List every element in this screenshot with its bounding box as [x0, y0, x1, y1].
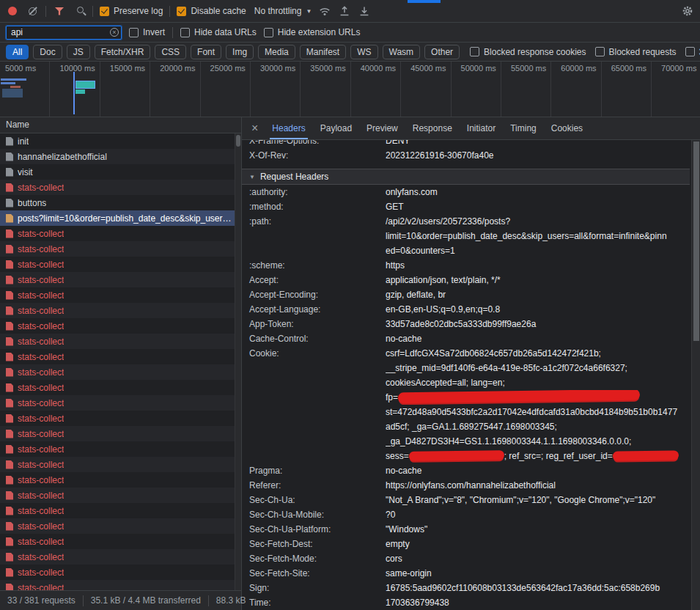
- type-filter-css[interactable]: CSS: [155, 45, 186, 59]
- waterfall-overview[interactable]: 5000 ms10000 ms15000 ms20000 ms25000 ms3…: [0, 62, 700, 117]
- filter-button[interactable]: [53, 4, 66, 18]
- file-icon: [6, 214, 13, 223]
- type-filter-media[interactable]: Media: [258, 45, 295, 59]
- request-row[interactable]: stats-collect: [0, 241, 241, 257]
- preserve-log-label: Preserve log: [114, 6, 163, 16]
- file-icon: [6, 353, 13, 361]
- checkbox-label: Blocked requests: [609, 47, 677, 57]
- request-row[interactable]: stats-collect: [0, 549, 241, 565]
- file-icon: [6, 507, 13, 515]
- type-filter-js[interactable]: JS: [67, 45, 90, 59]
- request-list-scrollbar[interactable]: [235, 133, 241, 590]
- request-row[interactable]: posts?limit=10&order=publish_date_desc&s…: [0, 210, 241, 226]
- type-filter-fetch-xhr[interactable]: Fetch/XHR: [95, 45, 151, 59]
- file-icon: [6, 491, 13, 500]
- filter-input[interactable]: [6, 26, 122, 40]
- request-row[interactable]: stats-collect: [0, 426, 241, 441]
- hide-extension-urls-label: Hide extension URLs: [278, 27, 361, 37]
- request-row[interactable]: stats-collect: [0, 503, 241, 518]
- request-row[interactable]: stats-collect: [0, 565, 241, 580]
- search-button[interactable]: [73, 4, 86, 18]
- type-filter-all[interactable]: All: [6, 45, 29, 59]
- invert-checkbox[interactable]: Invert: [129, 27, 165, 37]
- type-filter-font[interactable]: Font: [191, 45, 221, 59]
- type-filter-wasm[interactable]: Wasm: [383, 45, 421, 59]
- request-row[interactable]: stats-collect: [0, 334, 241, 349]
- hide-data-urls-checkbox[interactable]: Hide data URLs: [180, 27, 257, 37]
- header-name: :scheme:: [249, 258, 386, 273]
- request-label: stats-collect: [18, 229, 64, 239]
- request-row[interactable]: stats-collect: [0, 318, 241, 334]
- request-row[interactable]: stats-collect: [0, 349, 241, 364]
- request-row[interactable]: stats-collect: [0, 364, 241, 380]
- request-row[interactable]: stats-collect: [0, 534, 241, 549]
- hide-extension-urls-checkbox[interactable]: Hide extension URLs: [264, 27, 361, 37]
- request-row[interactable]: stats-collect: [0, 580, 241, 590]
- checkbox-3rd-party-requests[interactable]: 3rd-party requests: [685, 47, 700, 57]
- type-filter-manifest[interactable]: Manifest: [300, 45, 346, 59]
- disable-cache-checkbox[interactable]: Disable cache: [177, 6, 246, 16]
- hide-data-urls-label: Hide data URLs: [194, 27, 257, 37]
- request-row[interactable]: stats-collect: [0, 272, 241, 287]
- request-row[interactable]: stats-collect: [0, 380, 241, 395]
- tab-cookies[interactable]: Cookies: [544, 117, 590, 139]
- checkbox-blocked-response-cookies[interactable]: Blocked response cookies: [470, 47, 586, 57]
- request-label: stats-collect: [18, 398, 64, 408]
- scrollbar-thumb[interactable]: [236, 135, 240, 147]
- export-har-button[interactable]: [358, 4, 371, 18]
- request-row[interactable]: stats-collect: [0, 303, 241, 318]
- request-row[interactable]: stats-collect: [0, 441, 241, 457]
- file-icon: [6, 445, 13, 454]
- detail-scrollbar[interactable]: [691, 140, 700, 610]
- request-row[interactable]: buttons: [0, 195, 241, 210]
- tab-initiator[interactable]: Initiator: [460, 117, 503, 139]
- request-row[interactable]: stats-collect: [0, 287, 241, 303]
- request-row[interactable]: stats-collect: [0, 395, 241, 411]
- request-row[interactable]: visit: [0, 164, 241, 180]
- network-conditions-button[interactable]: [318, 4, 331, 18]
- tab-response[interactable]: Response: [405, 117, 460, 139]
- type-filter-img[interactable]: Img: [226, 45, 254, 59]
- request-row[interactable]: stats-collect: [0, 518, 241, 534]
- type-filter-ws[interactable]: WS: [350, 45, 377, 59]
- request-row[interactable]: stats-collect: [0, 488, 241, 503]
- scrollbar-thumb[interactable]: [693, 142, 699, 341]
- close-icon[interactable]: ×: [245, 122, 265, 135]
- checkbox-unchecked-icon: [180, 28, 190, 37]
- file-icon: [6, 430, 13, 438]
- waterfall-bar: [1, 78, 26, 81]
- throttling-dropdown[interactable]: No throttling ▼: [254, 6, 312, 16]
- request-row[interactable]: stats-collect: [0, 226, 241, 241]
- type-filter-doc[interactable]: Doc: [33, 45, 62, 59]
- clear-network-log-button[interactable]: [26, 4, 39, 18]
- header-row: :scheme:https: [242, 258, 690, 273]
- record-button[interactable]: [6, 4, 19, 18]
- recording-indicator-strip: [408, 0, 441, 3]
- header-row: Cache-Control:no-cache: [242, 331, 690, 346]
- preserve-log-checkbox[interactable]: Preserve log: [100, 6, 163, 16]
- header-row: Sec-Ch-Ua:"Not_A Brand";v="8", "Chromium…: [242, 493, 690, 507]
- type-filter-other[interactable]: Other: [424, 45, 460, 59]
- request-row[interactable]: stats-collect: [0, 472, 241, 488]
- request-row[interactable]: stats-collect: [0, 411, 241, 426]
- import-har-button[interactable]: [338, 4, 351, 18]
- settings-button[interactable]: [681, 4, 694, 18]
- header-value: DENY: [386, 140, 690, 148]
- request-row[interactable]: init: [0, 133, 241, 149]
- file-icon: [6, 537, 13, 546]
- request-row[interactable]: stats-collect: [0, 180, 241, 195]
- request-row[interactable]: stats-collect: [0, 257, 241, 272]
- checkbox-unchecked-icon: [129, 28, 139, 37]
- record-icon: [8, 7, 17, 15]
- request-row[interactable]: stats-collect: [0, 457, 241, 472]
- checkbox-blocked-requests[interactable]: Blocked requests: [595, 47, 677, 57]
- request-row[interactable]: hannahelizabethofficial: [0, 149, 241, 164]
- clear-filter-icon[interactable]: ×: [110, 28, 119, 37]
- network-summary-bar: 33 / 381 requests 35.1 kB / 4.4 MB trans…: [0, 590, 241, 610]
- request-headers-section[interactable]: ▼Request Headers: [242, 169, 690, 185]
- name-column-header[interactable]: Name: [0, 117, 241, 133]
- tab-payload[interactable]: Payload: [313, 117, 359, 139]
- tab-timing[interactable]: Timing: [503, 117, 544, 139]
- tab-headers[interactable]: Headers: [265, 117, 312, 139]
- tab-preview[interactable]: Preview: [359, 117, 405, 139]
